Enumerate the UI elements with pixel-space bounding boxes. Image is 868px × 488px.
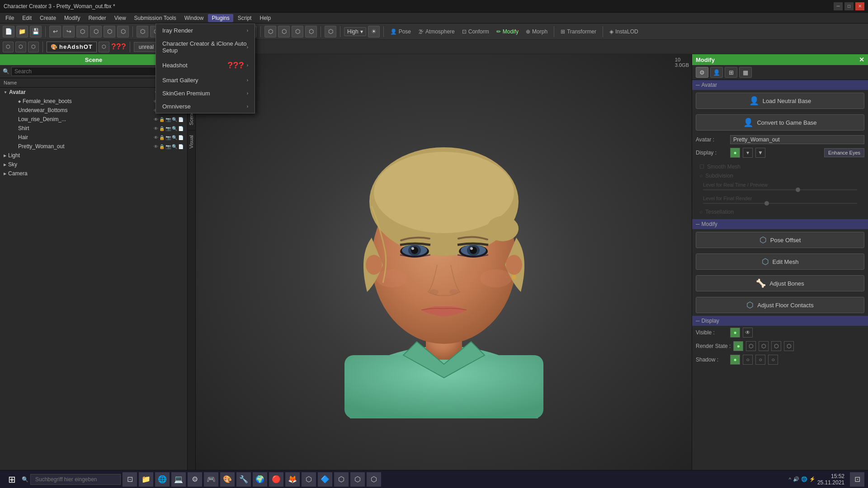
transformer-label-btn[interactable]: ⊞ Transformer xyxy=(558,28,599,35)
menu-help[interactable]: Help xyxy=(256,14,274,22)
minimize-button[interactable]: ─ xyxy=(834,2,843,10)
morph-label-btn[interactable]: ⊕ Morph xyxy=(523,28,550,35)
instalod-label-btn[interactable]: ◈ InstaLOD xyxy=(607,28,641,35)
tree-row-shirt[interactable]: Shirt 👁 🔒 📷 🔍 📄 xyxy=(0,124,187,133)
tree-row-sky[interactable]: ▶ Sky xyxy=(0,160,187,169)
shadow-btn3[interactable]: ○ xyxy=(755,355,765,365)
tbtn4[interactable]: ⬡ xyxy=(90,26,102,38)
save-btn[interactable]: 💾 xyxy=(30,26,42,38)
maximize-button[interactable]: □ xyxy=(844,2,854,10)
edit-mesh-button[interactable]: ⬡ Edit Mesh xyxy=(696,253,864,270)
menu-modify[interactable]: Modify xyxy=(61,14,84,22)
avatar-value-input[interactable] xyxy=(730,135,864,144)
modify-label-btn[interactable]: ✏ Modify xyxy=(494,28,521,35)
menu-cc-iclone-setup[interactable]: Character Creator & iClone Auto Setup › xyxy=(156,37,255,57)
menu-render[interactable]: Render xyxy=(85,14,109,22)
collapse-display-btn[interactable]: ─ xyxy=(696,318,700,324)
taskbar-app13[interactable]: ⬡ xyxy=(334,472,349,487)
display-btn2[interactable]: ▾ xyxy=(743,148,753,158)
taskbar-app7[interactable]: 🔧 xyxy=(236,472,251,487)
menu-headshot[interactable]: Headshot ??? › xyxy=(156,57,255,74)
tbtn17[interactable]: ⬡ xyxy=(278,26,290,38)
tbtn19[interactable]: ⬡ xyxy=(305,26,317,38)
conform-label-btn[interactable]: ⊡ Conform xyxy=(459,28,492,35)
tbtn6[interactable]: ⬡ xyxy=(117,26,129,38)
pose-offset-button[interactable]: ⬡ Pose Offset xyxy=(696,232,864,248)
tree-row-camera[interactable]: ▶ Camera xyxy=(0,169,187,178)
tbtn16[interactable]: ⬡ xyxy=(264,26,276,38)
menu-window[interactable]: Window xyxy=(181,14,208,22)
menu-smart-gallery[interactable]: Smart Gallery › xyxy=(156,74,255,87)
tb2-btn2[interactable]: ⬡ xyxy=(15,42,26,52)
tab-checkerboard[interactable]: ▦ xyxy=(739,67,752,78)
quality-select[interactable]: High ▾ xyxy=(344,27,366,36)
task-view-button[interactable]: ⊡ xyxy=(123,472,137,487)
load-neutral-button[interactable]: 👤 Load Neutral Base xyxy=(696,93,864,109)
tab-person[interactable]: 👤 xyxy=(710,67,723,78)
new-btn[interactable]: 📄 xyxy=(3,26,14,38)
open-btn[interactable]: 📁 xyxy=(16,26,28,38)
taskbar-search-input[interactable] xyxy=(30,474,121,485)
shadow-btn2[interactable]: ○ xyxy=(743,355,753,365)
visible-btn2[interactable]: 👁 xyxy=(743,328,753,338)
pose-label-btn[interactable]: 👤 Pose xyxy=(387,28,414,35)
adjust-floor-button[interactable]: ⬡ Adjust Floor Contacts xyxy=(696,297,864,313)
menu-omniverse[interactable]: Omniverse › xyxy=(156,100,255,113)
tbtn3[interactable]: ⬡ xyxy=(76,26,88,38)
taskbar-app4[interactable]: ⚙ xyxy=(188,472,202,487)
render-btn5[interactable]: ⬡ xyxy=(784,341,794,351)
show-desktop-button[interactable]: ⊡ xyxy=(850,472,864,487)
menu-script[interactable]: Script xyxy=(234,14,255,22)
tbtn5[interactable]: ⬡ xyxy=(104,26,115,38)
menu-file[interactable]: File xyxy=(2,14,18,22)
enhance-eyes-button[interactable]: Enhance Eyes xyxy=(824,148,864,157)
taskbar-app11[interactable]: ⬡ xyxy=(302,472,316,487)
convert-game-button[interactable]: 👤 Convert to Game Base xyxy=(696,114,864,131)
adjust-bones-button[interactable]: 🦴 Adjust Bones xyxy=(696,275,864,291)
taskbar-app2[interactable]: 🌐 xyxy=(155,472,170,487)
render-btn2[interactable]: ⬡ xyxy=(746,341,756,351)
tree-row-light[interactable]: ▶ Light xyxy=(0,151,187,160)
menu-submission-tools[interactable]: Submission Tools xyxy=(131,14,180,22)
taskbar-app1[interactable]: 📁 xyxy=(139,472,153,487)
tab-settings[interactable]: ⚙ xyxy=(696,67,708,78)
tree-row-denim[interactable]: Low_rise_Denim_... 👁 🔒 📷 🔍 📄 xyxy=(0,115,187,124)
tree-row-hair[interactable]: Hair 👁 🔒 📷 🔍 📄 xyxy=(0,133,187,142)
taskbar-app5[interactable]: 🎮 xyxy=(204,472,218,487)
render-btn4[interactable]: ⬡ xyxy=(771,341,781,351)
sun-btn[interactable]: ☀ xyxy=(368,26,380,38)
tbtn20[interactable]: ⬡ xyxy=(325,26,336,38)
taskbar-app8[interactable]: 🌍 xyxy=(253,472,267,487)
tb2-btn1[interactable]: ⬡ xyxy=(3,42,14,52)
shadow-btn4[interactable]: ○ xyxy=(768,355,778,365)
menu-create[interactable]: Create xyxy=(36,14,60,22)
taskbar-app9[interactable]: 🔴 xyxy=(269,472,283,487)
collapse-avatar-btn[interactable]: ─ xyxy=(696,82,700,88)
taskbar-app6[interactable]: 🎨 xyxy=(220,472,235,487)
tb2-btn3[interactable]: ⬡ xyxy=(28,42,39,52)
close-modify-button[interactable]: ✕ xyxy=(859,56,864,63)
menu-view[interactable]: View xyxy=(111,14,130,22)
visible-btn1[interactable]: ● xyxy=(730,328,740,338)
close-button[interactable]: ✕ xyxy=(855,2,864,10)
taskbar-app14[interactable]: ⬡ xyxy=(350,472,365,487)
menu-iray-render[interactable]: Iray Render › xyxy=(156,24,255,37)
render-btn1[interactable]: ● xyxy=(733,341,743,351)
atmosphere-label-btn[interactable]: 🌫 Atmosphere xyxy=(415,28,458,35)
taskbar-app12[interactable]: 🔷 xyxy=(318,472,332,487)
redo-btn[interactable]: ↪ xyxy=(63,26,75,38)
menu-skingen-premium[interactable]: SkinGen Premium › xyxy=(156,87,255,100)
display-btn3[interactable]: ▼ xyxy=(755,148,765,158)
tab-visual[interactable]: Visual xyxy=(188,130,195,153)
display-btn1[interactable]: ● xyxy=(730,148,740,158)
tb2-btn4[interactable]: ⬡ xyxy=(99,42,109,52)
menu-plugins[interactable]: Plugins xyxy=(208,14,233,22)
render-btn3[interactable]: ⬡ xyxy=(759,341,769,351)
tbtn18[interactable]: ⬡ xyxy=(292,26,303,38)
taskbar-app3[interactable]: 💻 xyxy=(171,472,186,487)
undo-btn[interactable]: ↩ xyxy=(49,26,61,38)
tbtn7[interactable]: ⬡ xyxy=(137,26,148,38)
menu-edit[interactable]: Edit xyxy=(19,14,35,22)
taskbar-app10[interactable]: 🦊 xyxy=(285,472,300,487)
collapse-modify-btn[interactable]: ─ xyxy=(696,221,700,227)
